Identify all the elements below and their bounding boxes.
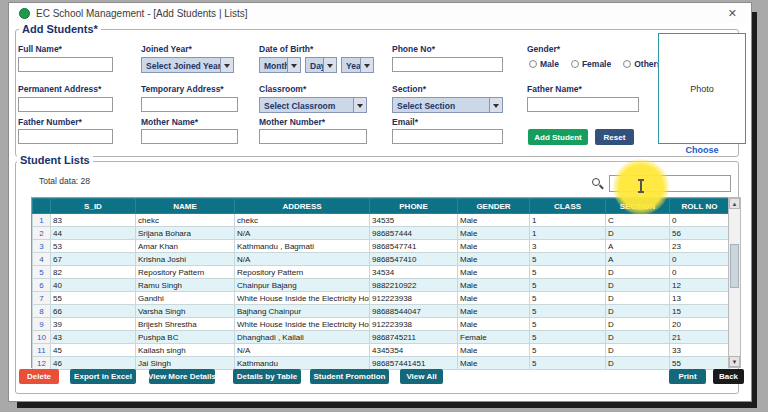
mother-name-input[interactable] [141,129,238,144]
row-number: 10 [33,331,51,344]
scrollbar-thumb[interactable] [730,244,739,288]
column-header[interactable]: ROLL NO [670,199,730,214]
choose-photo-link[interactable]: Choose [658,145,746,155]
table-scrollbar[interactable]: ▲ ▼ [728,197,741,368]
father-number-input[interactable] [18,129,113,144]
table-cell: Male [458,240,530,253]
total-data-text: Total data: 28 [39,176,90,186]
radio-icon [529,60,537,68]
table-cell: 98688544047 [370,305,458,318]
column-header[interactable]: CLASS [530,199,606,214]
permanent-address-label: Permanent Address* [18,84,101,94]
table-cell: D [606,331,670,344]
table-cell: 15 [670,305,730,318]
column-header[interactable]: NAME [136,199,235,214]
table-cell: Male [458,227,530,240]
table-cell: 44 [51,227,136,240]
joined-year-label: Joined Year* [141,44,192,54]
table-cell: Repository Pattern [136,266,235,279]
print-button[interactable]: Print [669,369,706,384]
dob-month-select[interactable]: Month [259,57,301,73]
close-icon[interactable]: ✕ [728,8,737,19]
email-input[interactable] [392,129,503,144]
table-row[interactable]: 183chekcchekc34535Male1C0 [33,214,730,227]
table-cell: 34535 [370,214,458,227]
gender-radio-female[interactable]: Female [571,59,611,69]
joined-year-select[interactable]: Select Joined Year [141,57,234,73]
dob-day-select[interactable]: Day [305,57,337,73]
table-cell: D [606,292,670,305]
column-header[interactable]: SECTION [606,199,670,214]
classroom-value: Select Classroom [264,101,335,111]
table-cell: A [606,240,670,253]
table-cell: 43 [51,331,136,344]
table-row[interactable]: 939Brijesh ShresthaWhite House Inside th… [33,318,730,331]
add-student-button[interactable]: Add Student [528,129,588,145]
table-cell: Gandhi [136,292,235,305]
details-by-table-button[interactable]: Details by Table [233,369,301,384]
dob-year-select[interactable]: Year [341,57,374,73]
reset-button[interactable]: Reset [595,129,634,145]
export-excel-button[interactable]: Export in Excel [70,369,136,384]
classroom-select[interactable]: Select Classroom [259,97,367,113]
column-header[interactable]: ADDRESS [235,199,370,214]
table-cell: Male [458,305,530,318]
table-cell: 0 [670,214,730,227]
table-cell: Bajhang Chainpur [235,305,370,318]
full-name-input[interactable] [18,57,113,72]
table-row[interactable]: 353Amar KhanKathmandu , Bagmati986854774… [33,240,730,253]
column-header[interactable] [33,199,51,214]
gender-label: Gender* [527,44,560,54]
table-row[interactable]: 866Varsha SinghBajhang Chainpur986885440… [33,305,730,318]
table-cell: 5 [530,344,606,357]
view-more-details-button[interactable]: View More Details [149,369,215,384]
column-header[interactable]: GENDER [458,199,530,214]
table-row[interactable]: 244Srijana BoharaN/A986857444Male1D56 [33,227,730,240]
delete-button[interactable]: Delete [19,369,59,384]
gender-radio-group: Male Female Others [529,59,662,69]
column-header[interactable]: S_ID [51,199,136,214]
temporary-address-input[interactable] [141,97,238,112]
chevron-down-icon [360,58,373,72]
app-window: EC School Management - [Add Students | L… [8,2,752,402]
row-number: 6 [33,279,51,292]
gender-radio-others[interactable]: Others [623,59,661,69]
full-name-label: Full Name* [18,44,62,54]
table-row[interactable]: 1043Pushpa BCDhanghadi , Kailali98687452… [33,331,730,344]
table-row[interactable]: 755GandhiWhite House Inside the Electric… [33,292,730,305]
table-cell: 53 [51,240,136,253]
gender-option-label: Female [582,59,611,69]
table-row[interactable]: 1145Kailash singhN/A4345354Male5D33 [33,344,730,357]
table-cell: 4345354 [370,344,458,357]
table-cell: Pushpa BC [136,331,235,344]
table-cell: Srijana Bohara [136,227,235,240]
table-cell: D [606,357,670,370]
student-table-body: 183chekcchekc34535Male1C0244Srijana Boha… [33,214,730,370]
table-cell: Chainpur Bajang [235,279,370,292]
phone-input[interactable] [392,57,503,72]
table-row[interactable]: 582Repository PatternRepository Pattern3… [33,266,730,279]
table-cell: 5 [530,331,606,344]
table-row[interactable]: 467Krishna JoshiN/A9868547410Male5A0 [33,253,730,266]
chevron-down-icon [489,98,502,112]
scroll-up-icon[interactable]: ▲ [729,198,740,209]
table-cell: 56 [670,227,730,240]
column-header[interactable]: PHONE [370,199,458,214]
father-name-input[interactable] [527,97,639,112]
permanent-address-input[interactable] [18,97,113,112]
table-row[interactable]: 640Ramu SinghChainpur Bajang9882210922Ma… [33,279,730,292]
scroll-down-icon[interactable]: ▼ [729,356,740,367]
student-promotion-button[interactable]: Student Promotion [310,369,389,384]
row-number: 2 [33,227,51,240]
section-select[interactable]: Select Section [392,97,503,113]
mother-number-input[interactable] [259,129,367,144]
table-row[interactable]: 1246Jai SinghKathmandu986857441451Male5D… [33,357,730,370]
gender-radio-male[interactable]: Male [529,59,559,69]
table-cell: N/A [235,227,370,240]
table-cell: 912223938 [370,318,458,331]
search-input[interactable] [609,175,731,192]
table-cell: chekc [136,214,235,227]
view-all-button[interactable]: View All [400,369,443,384]
back-button[interactable]: Back [713,369,744,384]
table-cell: 5 [530,357,606,370]
